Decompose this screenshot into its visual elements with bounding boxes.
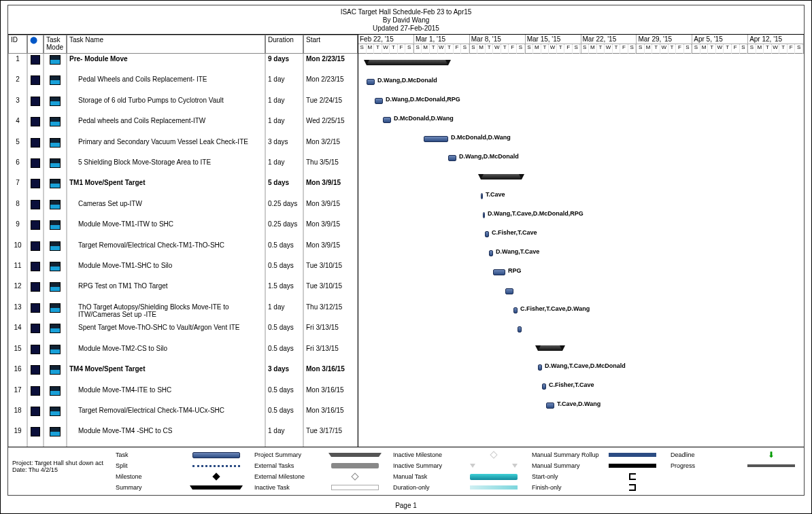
task-bar bbox=[493, 269, 505, 275]
task-mode-icon bbox=[50, 282, 61, 292]
task-label: T.Cave,D.Wang bbox=[557, 400, 600, 407]
info-icon bbox=[31, 262, 40, 271]
info-icon bbox=[31, 282, 40, 292]
legend-item: Start-only bbox=[532, 472, 661, 481]
table-row: 11Module Move-TM1-SHC to Silo0.5 daysTue… bbox=[8, 260, 358, 281]
col-mode: Task Mode bbox=[44, 35, 67, 54]
table-row: 12RPG Test on TM1 ThO Target1.5 daysTue … bbox=[8, 281, 358, 301]
col-duration: Duration bbox=[265, 35, 303, 54]
task-label: D.Wang,D.McDonald,RPG bbox=[386, 96, 460, 103]
task-bar bbox=[485, 231, 489, 237]
task-mode-icon bbox=[50, 386, 61, 396]
info-icon bbox=[31, 407, 40, 416]
gantt-row: C.Fisher,T.Cave bbox=[358, 225, 804, 244]
table-row: 4Pedal wheels and Coils Replacement-ITW1… bbox=[8, 116, 358, 136]
task-mode-icon bbox=[50, 179, 61, 188]
timeline-header: Feb 22, '15SMTWTFSMar 1, '15SMTWTFSMar 8… bbox=[358, 35, 804, 54]
legend-item: Manual Summary bbox=[532, 461, 661, 470]
info-icon bbox=[31, 386, 40, 396]
info-icon bbox=[31, 241, 40, 251]
gantt-chart: Feb 22, '15SMTWTFSMar 1, '15SMTWTFSMar 8… bbox=[358, 35, 804, 447]
col-info-icon: ⬤ bbox=[27, 35, 44, 54]
info-icon bbox=[31, 303, 40, 313]
legend-item: Duration-only bbox=[393, 483, 522, 492]
task-table: ID ⬤ Task Mode Task Name Duration Start … bbox=[8, 35, 358, 447]
gantt-row: T.Cave,D.Wang bbox=[358, 396, 804, 415]
summary-bar bbox=[481, 174, 522, 179]
task-label: D.Wang,T.Cave bbox=[496, 248, 539, 255]
page-footer: Page 1 bbox=[1, 502, 811, 509]
task-bar bbox=[483, 212, 485, 218]
task-label: D.Wang,T.Cave,D.McDonald,RPG bbox=[488, 210, 583, 217]
task-bar bbox=[513, 307, 518, 313]
task-mode-icon bbox=[50, 303, 61, 313]
legend-item: Inactive Task bbox=[254, 483, 384, 492]
legend-item: Split bbox=[116, 461, 245, 470]
task-mode-icon bbox=[50, 407, 61, 416]
col-name: Task Name bbox=[67, 35, 265, 54]
task-mode-icon bbox=[50, 427, 61, 436]
week-column: Mar 22, '15SMTWTFS bbox=[581, 35, 637, 53]
legend-item: Finish-only bbox=[532, 483, 661, 492]
gantt-row: C.Fisher,T.Cave,D.Wang bbox=[358, 301, 804, 320]
gantt-row: D.Wang,T.Cave,D.McDonald bbox=[358, 358, 804, 377]
table-row: 15Module Move-TM2-CS to Silo0.5 daysFri … bbox=[8, 343, 358, 364]
task-mode-icon bbox=[50, 241, 61, 251]
task-mode-icon bbox=[50, 365, 61, 375]
task-label: T.Cave bbox=[486, 191, 505, 198]
task-label: D.McDonald,D.Wang bbox=[394, 115, 454, 122]
table-row: 18Target Removal/Electrical Check-TM4-UC… bbox=[8, 405, 358, 426]
week-column: Mar 1, '15SMTWTFS bbox=[414, 35, 470, 53]
legend-item: Summary bbox=[116, 483, 245, 492]
task-label: D.Wang,D.McDonald bbox=[459, 153, 519, 160]
legend-date: Date: Thu 4/2/15 bbox=[12, 466, 109, 473]
legend-item: Project Summary bbox=[254, 450, 384, 460]
gantt-row: RPG bbox=[358, 263, 804, 282]
task-bar bbox=[538, 364, 542, 371]
col-start: Start bbox=[303, 35, 358, 54]
gantt-row: D.McDonald,D.Wang bbox=[358, 111, 804, 130]
task-label: RPG bbox=[508, 267, 522, 274]
info-icon bbox=[31, 365, 40, 375]
table-row: 8Cameras Set up-ITW0.25 daysMon 3/9/15 bbox=[8, 199, 358, 219]
legend-item: Milestone bbox=[116, 472, 245, 481]
task-label: C.Fisher,T.Cave bbox=[492, 229, 537, 236]
legend-item bbox=[671, 483, 800, 492]
info-icon bbox=[31, 324, 40, 333]
info-icon bbox=[31, 345, 40, 354]
gantt-row: D.Wang,T.Cave,D.McDonald,RPG bbox=[358, 206, 804, 225]
legend-item: Manual Summary Rollup bbox=[532, 450, 661, 460]
frame: ISAC Target Hall Schedule-Feb 23 to Apr1… bbox=[7, 5, 805, 496]
table-row: 9Module Move-TM1-ITW to SHC0.25 daysMon … bbox=[8, 219, 358, 239]
info-icon bbox=[31, 179, 40, 188]
info-icon bbox=[31, 117, 40, 126]
legend-item: Inactive Summary bbox=[393, 461, 522, 470]
table-row: 16TM4 Move/Spent Target3 daysMon 3/16/15 bbox=[8, 364, 358, 384]
legend-item: Deadline⬇ bbox=[671, 450, 800, 460]
table-row: 7TM1 Move/Spent Target5 daysMon 3/9/15 bbox=[8, 177, 358, 198]
legend-item: Inactive Milestone bbox=[393, 450, 522, 460]
gantt-row bbox=[358, 320, 804, 339]
week-column: Mar 8, '15SMTWTFS bbox=[470, 35, 526, 53]
summary-bar bbox=[538, 345, 562, 351]
task-label: C.Fisher,T.Cave bbox=[549, 381, 594, 388]
table-row: 17Module Move-TM4-ITE to SHC0.5 daysMon … bbox=[8, 385, 358, 405]
task-label: D.Wang,T.Cave,D.McDonald bbox=[545, 362, 626, 369]
legend-item: Progress bbox=[671, 461, 800, 470]
task-mode-icon bbox=[50, 138, 61, 148]
task-mode-icon bbox=[50, 55, 61, 65]
table-row: 14Spent Target Move-ThO-SHC to Vault/Arg… bbox=[8, 322, 358, 343]
legend-item: Task bbox=[116, 450, 245, 460]
info-icon bbox=[31, 158, 40, 168]
info-icon bbox=[31, 427, 40, 436]
task-mode-icon bbox=[50, 345, 61, 354]
task-bar bbox=[383, 117, 391, 123]
gantt-row: D.Wang,D.McDonald bbox=[358, 149, 804, 168]
task-mode-icon bbox=[50, 200, 61, 209]
task-mode-icon bbox=[50, 158, 61, 168]
task-mode-icon bbox=[50, 75, 61, 85]
task-bar bbox=[489, 250, 493, 256]
info-icon bbox=[31, 55, 40, 65]
gantt-row bbox=[358, 339, 804, 358]
summary-bar bbox=[367, 60, 448, 65]
